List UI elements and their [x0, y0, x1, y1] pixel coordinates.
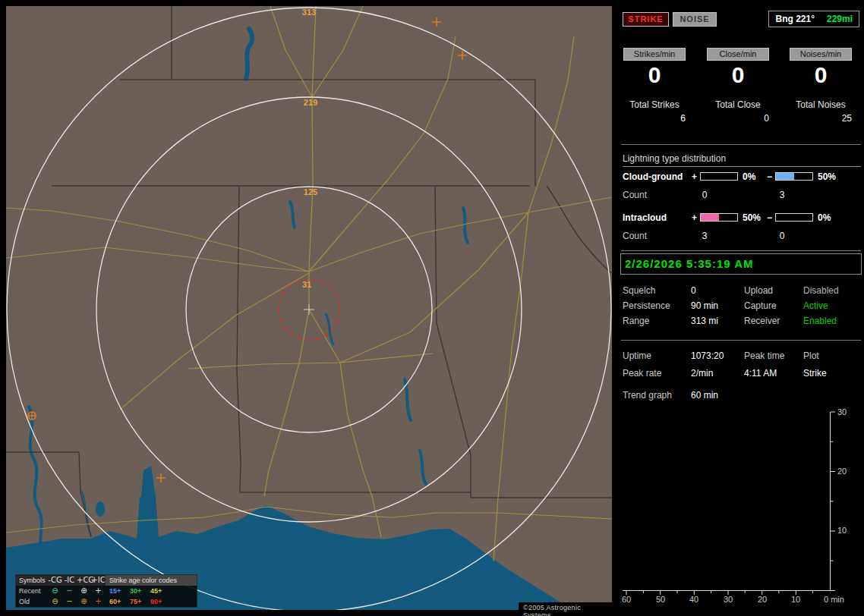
- trend-graph-value: 60 min: [691, 390, 718, 401]
- minus-sign: −: [767, 171, 772, 182]
- x-tick-60: 60: [622, 595, 631, 604]
- total-noises-value: 25: [790, 113, 852, 124]
- graph-major-ticks: [626, 412, 835, 595]
- settings-row: Squelch 0 Upload Disabled: [618, 285, 864, 296]
- legend-col-neg-ic: -IC: [62, 575, 77, 586]
- total-strikes-value: 6: [623, 113, 686, 124]
- distribution-title: Lightning type distribution: [623, 153, 861, 167]
- cloud-ground-neg-bar: [775, 172, 813, 181]
- strikes-per-min-button[interactable]: Strikes/min: [623, 48, 686, 61]
- persistence-label: Persistence: [623, 300, 670, 311]
- plot-value: Strike: [803, 368, 827, 379]
- strike-symbol-cg: [28, 412, 36, 420]
- receiver-status: Enabled: [803, 316, 837, 326]
- datetime-display: 2/26/2026 5:35:19 AM: [620, 253, 862, 275]
- legend-row-old: Old ⊖ − ⊕ + 60+ 75+ 90+: [16, 596, 197, 607]
- settings-row: Range 313 mi Receiver Enabled: [618, 316, 864, 326]
- origin-tick: 0 min: [824, 595, 844, 604]
- cloud-ground-count-row: Count 0 3: [618, 190, 864, 200]
- squelch-label: Squelch: [623, 285, 655, 296]
- total-close-label: Total Close: [696, 99, 780, 110]
- age-code: 15+: [106, 587, 126, 595]
- noises-rate-column: Noises/min 0: [790, 48, 852, 88]
- divider: [621, 340, 861, 341]
- noise-mode-button[interactable]: NOISE: [673, 12, 717, 27]
- total-strikes-label: Total Strikes: [613, 99, 696, 110]
- plus-sign: +: [692, 212, 697, 223]
- x-tick-20: 20: [758, 595, 767, 604]
- x-tick-50: 50: [656, 595, 665, 604]
- cloud-ground-row: Cloud-ground + 0% − 50%: [618, 171, 864, 182]
- cloud-ground-pos-count: 0: [695, 190, 714, 200]
- minus-sign: −: [767, 212, 772, 223]
- graph-axes: [623, 412, 831, 591]
- bearing-distance: 229mi: [827, 14, 853, 24]
- pos-cg-old-icon: ⊕: [77, 596, 91, 607]
- peak-rate-value: 2/min: [691, 368, 713, 379]
- plot-header: Plot: [803, 350, 819, 361]
- intracloud-row: Intracloud + 50% − 0%: [618, 212, 864, 223]
- age-code: 60+: [106, 598, 126, 605]
- capture-status: Active: [803, 300, 828, 311]
- trend-row: Trend graph 60 min: [618, 390, 864, 401]
- intracloud-count-row: Count 3 0: [618, 231, 864, 241]
- uptime-value: 1073:20: [691, 350, 724, 361]
- ring-label-31: 31: [302, 280, 311, 289]
- total-close-value: 0: [707, 113, 769, 124]
- pos-ic-old-icon: +: [91, 596, 106, 607]
- close-per-min-button[interactable]: Close/min: [707, 48, 769, 61]
- y-tick-30: 30: [837, 407, 847, 416]
- neg-cg-old-icon: ⊖: [48, 596, 62, 607]
- cloud-ground-neg-count: 3: [773, 190, 791, 200]
- intracloud-neg-count: 0: [773, 231, 791, 241]
- range-label: Range: [623, 316, 649, 326]
- legend-row-recent: Recent ⊖ − ⊕ + 15+ 30+ 45+: [16, 586, 197, 596]
- upload-status: Disabled: [803, 285, 839, 296]
- uptime-label: Uptime: [623, 350, 651, 361]
- pos-cg-recent-icon: ⊕: [77, 586, 91, 596]
- intracloud-pos-pct: 50%: [743, 212, 761, 223]
- strikes-rate-column: Strikes/min 0: [623, 48, 686, 88]
- stats-row: Uptime 1073:20 Peak time Plot: [618, 350, 864, 361]
- ring-label-313: 313: [302, 8, 316, 17]
- pos-ic-recent-icon: +: [91, 586, 106, 596]
- upload-label: Upload: [744, 285, 773, 296]
- age-code: 45+: [147, 587, 167, 595]
- x-tick-40: 40: [689, 595, 698, 604]
- intracloud-neg-bar: [775, 213, 813, 222]
- range-value: 313 mi: [691, 316, 718, 326]
- y-tick-20: 20: [837, 467, 847, 476]
- squelch-value: 0: [691, 285, 696, 296]
- cloud-ground-pos-bar: [700, 172, 738, 181]
- status-panel: STRIKE NOISE Bng 221°229mi Strikes/min 0…: [618, 0, 864, 616]
- ring-label-219: 219: [304, 98, 317, 107]
- lightning-map[interactable]: 313 219 125 31: [6, 6, 612, 610]
- intracloud-neg-pct: 0%: [818, 212, 831, 223]
- age-code: 30+: [126, 587, 147, 595]
- legend-age-header: Strike age color codes: [106, 575, 197, 586]
- age-code: 75+: [126, 598, 147, 605]
- close-rate-column: Close/min 0: [707, 48, 769, 88]
- legend-header: Symbols -CG -IC +CG +IC Strike age color…: [16, 575, 197, 586]
- ring-label-125: 125: [304, 187, 317, 196]
- intracloud-pos-count: 3: [695, 231, 714, 241]
- bearing-display: Bng 221°229mi: [768, 11, 859, 27]
- strike-mode-button[interactable]: STRIKE: [623, 12, 669, 27]
- divider: [621, 144, 861, 145]
- peak-time-value: 4:11 AM: [744, 368, 777, 379]
- x-tick-30: 30: [724, 595, 733, 604]
- capture-label: Capture: [744, 300, 777, 311]
- stats-row: Peak rate 2/min 4:11 AM Strike: [618, 368, 864, 379]
- map-area[interactable]: 313 219 125 31 Symbols -CG -IC +: [6, 6, 612, 610]
- app-window: 313 219 125 31 Symbols -CG -IC +: [0, 0, 864, 616]
- legend-col-pos-cg: +CG: [77, 575, 91, 586]
- total-noises-label: Total Noises: [779, 99, 862, 110]
- neg-ic-old-icon: −: [62, 596, 77, 607]
- x-tick-10: 10: [791, 595, 800, 604]
- noises-per-min-value: 0: [790, 62, 852, 88]
- noises-per-min-button[interactable]: Noises/min: [790, 48, 852, 61]
- bearing-value: Bng 221°: [775, 14, 814, 24]
- neg-cg-recent-icon: ⊖: [48, 586, 62, 596]
- persistence-value: 90 min: [691, 300, 718, 311]
- divider: [621, 250, 861, 251]
